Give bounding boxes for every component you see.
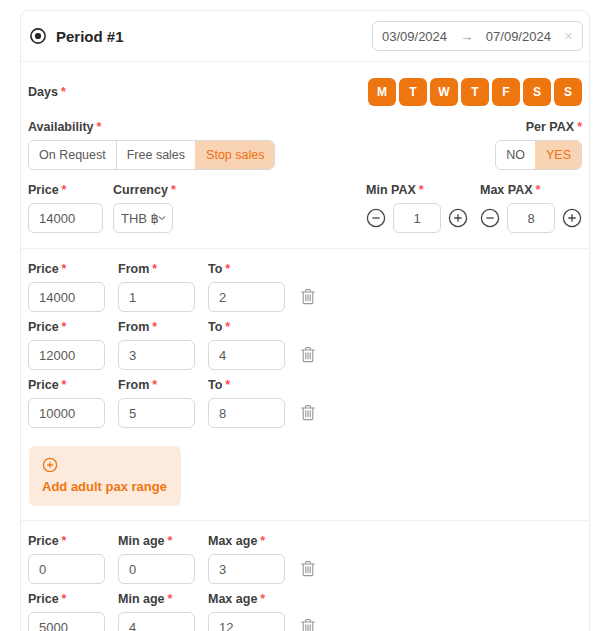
date-range-clear-icon[interactable]: ✕ [564, 31, 573, 42]
day-button-mon[interactable]: M [368, 78, 396, 106]
max-pax-decrement-button[interactable] [480, 208, 500, 228]
required-marker: * [168, 592, 173, 606]
required-marker: * [152, 320, 157, 334]
min-pax-decrement-button[interactable] [366, 208, 386, 228]
range-price-input[interactable] [28, 398, 105, 428]
period-header-left: Period #1 [29, 27, 124, 45]
min-pax-field: Min PAX* [366, 183, 468, 233]
day-button-sat[interactable]: S [523, 78, 551, 106]
min-pax-increment-button[interactable] [448, 208, 468, 228]
price-input[interactable] [28, 203, 103, 233]
per-pax-option-no[interactable]: NO [496, 141, 535, 169]
day-button-sun[interactable]: S [554, 78, 582, 106]
required-marker: * [62, 534, 67, 548]
required-marker: * [152, 262, 157, 276]
range-to-input[interactable] [208, 340, 285, 370]
availability-option-free-sales[interactable]: Free sales [116, 141, 195, 169]
range-to-input[interactable] [208, 282, 285, 312]
trash-icon [300, 404, 316, 421]
range-from-label: From* [118, 378, 195, 392]
period-header: Period #1 03/09/2024 → 07/09/2024 ✕ [21, 11, 589, 62]
range-to-label: To* [208, 320, 285, 334]
per-pax-option-yes[interactable]: YES [535, 141, 581, 169]
plus-circle-icon [42, 457, 58, 473]
max-pax-label: Max PAX* [480, 183, 582, 197]
delete-row-button[interactable] [300, 560, 316, 577]
age-range-row: Price* Min age* Max age* [28, 534, 582, 584]
range-price-input[interactable] [28, 282, 105, 312]
range-from-label: From* [118, 320, 195, 334]
adult-pax-ranges-section: Price* From* To* [21, 249, 589, 520]
required-marker: * [62, 378, 67, 392]
required-marker: * [260, 534, 265, 548]
required-marker: * [62, 320, 67, 334]
add-adult-pax-range-button[interactable]: Add adult pax range [29, 446, 181, 506]
date-start-value[interactable]: 03/09/2024 [382, 29, 447, 44]
days-group: M T W T F S S [368, 78, 582, 106]
period-radio-icon[interactable] [29, 27, 47, 45]
pax-range-row: Price* From* To* [28, 320, 582, 370]
date-end-value[interactable]: 07/09/2024 [486, 29, 551, 44]
range-price-input[interactable] [28, 340, 105, 370]
max-pax-increment-button[interactable] [562, 208, 582, 228]
trash-icon [300, 560, 316, 577]
delete-row-button[interactable] [300, 618, 316, 631]
required-marker: * [260, 592, 265, 606]
max-age-input[interactable] [208, 554, 285, 584]
period-card: Period #1 03/09/2024 → 07/09/2024 ✕ Days… [20, 10, 590, 631]
min-pax-input[interactable] [393, 203, 441, 233]
delete-row-button[interactable] [300, 346, 316, 363]
days-label: Days* [28, 85, 66, 99]
range-to-label: To* [208, 262, 285, 276]
range-from-label: From* [118, 262, 195, 276]
price-label: Price* [28, 183, 103, 197]
trash-icon [300, 618, 316, 631]
required-marker: * [97, 120, 102, 134]
min-age-input[interactable] [118, 554, 195, 584]
age-price-input[interactable] [28, 612, 105, 631]
max-pax-input[interactable] [507, 203, 555, 233]
currency-field: Currency* THB ฿ [113, 183, 176, 233]
pax-range-row: Price* From* To* [28, 378, 582, 428]
chevron-down-icon [157, 213, 167, 223]
max-age-input[interactable] [208, 612, 285, 631]
required-marker: * [225, 378, 230, 392]
age-price-input[interactable] [28, 554, 105, 584]
range-from-input[interactable] [118, 340, 195, 370]
required-marker: * [225, 262, 230, 276]
day-button-thu[interactable]: T [461, 78, 489, 106]
min-age-label: Min age* [118, 534, 195, 548]
days-row: Days* M T W T F S S [28, 78, 582, 106]
add-adult-pax-range-label: Add adult pax range [42, 479, 167, 494]
range-price-label: Price* [28, 262, 105, 276]
availability-segmented-control: On Request Free sales Stop sales [28, 140, 275, 170]
max-age-label: Max age* [208, 534, 285, 548]
currency-select[interactable]: THB ฿ [113, 203, 173, 233]
page: Period #1 03/09/2024 → 07/09/2024 ✕ Days… [0, 0, 605, 631]
min-age-input[interactable] [118, 612, 195, 631]
age-range-row: Price* Min age* Max age* [28, 592, 582, 631]
trash-icon [300, 288, 316, 305]
availability-option-on-request[interactable]: On Request [29, 141, 116, 169]
required-marker: * [62, 592, 67, 606]
required-marker: * [62, 262, 67, 276]
day-button-fri[interactable]: F [492, 78, 520, 106]
max-pax-field: Max PAX* [480, 183, 582, 233]
required-marker: * [225, 320, 230, 334]
required-marker: * [536, 183, 541, 197]
date-range-picker[interactable]: 03/09/2024 → 07/09/2024 ✕ [372, 21, 583, 51]
range-from-input[interactable] [118, 398, 195, 428]
range-price-label: Price* [28, 320, 105, 334]
pax-range-row: Price* From* To* [28, 262, 582, 312]
delete-row-button[interactable] [300, 404, 316, 421]
period-title: Period #1 [56, 28, 124, 45]
day-button-wed[interactable]: W [430, 78, 458, 106]
availability-option-stop-sales[interactable]: Stop sales [195, 141, 274, 169]
range-from-input[interactable] [118, 282, 195, 312]
delete-row-button[interactable] [300, 288, 316, 305]
age-price-label: Price* [28, 534, 105, 548]
max-age-label: Max age* [208, 592, 285, 606]
range-to-input[interactable] [208, 398, 285, 428]
day-button-tue[interactable]: T [399, 78, 427, 106]
required-marker: * [152, 378, 157, 392]
